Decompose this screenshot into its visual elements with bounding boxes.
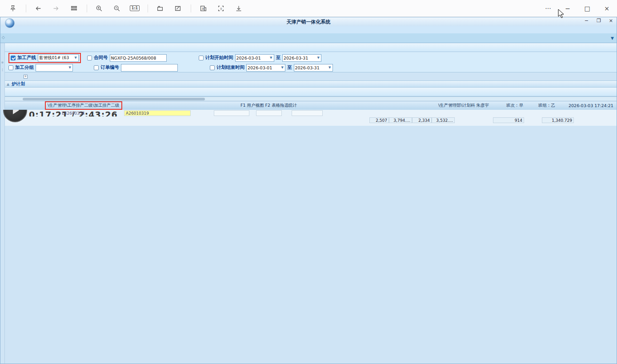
plan-end-checkbox[interactable]: [210, 65, 215, 70]
edit-icon[interactable]: [171, 3, 184, 14]
group-filter-combo[interactable]: ▼: [36, 64, 73, 72]
ocr-select-icon[interactable]: 文: [214, 3, 228, 14]
fragment-cell: A26010319: [124, 110, 191, 116]
viewer-more-button[interactable]: ···: [544, 5, 552, 12]
left-edge-strip: ※¦: [0, 43, 5, 364]
statusbar-datetime: 2026-03-03 17:24:21: [569, 103, 613, 108]
one-to-one-icon[interactable]: 1:1: [128, 3, 141, 14]
furnace-section-header[interactable]: ▲ 炉计划: [0, 80, 617, 88]
plan-start-label: 计划开始时间: [205, 55, 233, 61]
main-toolbar: [0, 43, 617, 52]
svg-text:A: A: [202, 6, 204, 10]
plan-end-from-input[interactable]: 2026-03-01▼: [246, 64, 285, 72]
contract-filter-checkbox[interactable]: [87, 56, 92, 60]
pin-icon[interactable]: [6, 3, 20, 14]
app-titlebar: 天津产销一体化系统 − ❐ ×: [0, 17, 617, 26]
dup-summary-cell: 3,794.…: [389, 117, 412, 123]
app-minimize-button[interactable]: −: [585, 18, 589, 24]
to-label: 至: [287, 64, 292, 71]
grid-icon[interactable]: [67, 3, 80, 14]
furnace-section-title: 炉计划: [12, 81, 25, 87]
plan-start-group: 计划开始时间 2026-03-01▼ 至 2026-03-31▼: [199, 54, 322, 62]
back-icon[interactable]: [32, 3, 45, 14]
tabbar: ◇ ▼: [0, 33, 617, 43]
contract-input[interactable]: NGXFQ-25A0568/008: [110, 54, 167, 62]
toolbar-divider: [26, 4, 26, 12]
statusbar-hint: F1 用户视图 F2 表格拖选统计: [240, 103, 297, 108]
fragment-cell: E42600354: [60, 110, 86, 116]
fragment-cell: [256, 110, 282, 116]
contract-filter-label: 合同号: [94, 55, 108, 61]
plan-end-group: 计划结束时间 2026-03-01▼ 至 2026-03-31▼: [210, 64, 333, 72]
svg-text:文: 文: [220, 7, 222, 10]
group-filter-group: 加工分组 ▼: [8, 64, 88, 72]
order-input[interactable]: [121, 64, 178, 72]
app-close-button[interactable]: ×: [609, 18, 613, 24]
play-button[interactable]: [3, 110, 27, 122]
contract-filter-group: 合同号 NGXFQ-25A0568/008: [87, 54, 167, 62]
app-window: 天津产销一体化系统 − ❐ × ◇ ▼ 加工产线 套管线01# (63▼: [0, 17, 617, 364]
scrollbar-thumb[interactable]: [23, 98, 205, 100]
fragment-cell: [214, 110, 249, 116]
order-filter-group: 订单编号: [94, 64, 178, 72]
dup-summary-cell: 914: [493, 117, 524, 123]
menubar: [0, 26, 617, 33]
tab-pin-icon[interactable]: ◇: [2, 35, 5, 40]
line-filter-label: 加工产线: [17, 55, 36, 61]
section-icon: ▲: [7, 82, 9, 86]
app-restore-button[interactable]: ❐: [597, 18, 601, 24]
order-filter-checkbox[interactable]: [94, 65, 99, 70]
fragment-cell: [292, 110, 323, 116]
play-icon: [13, 110, 19, 114]
statusbar-user: \生产管理部\计划科 朱彦宇: [438, 103, 489, 108]
statusbar: \生产管理\工序排产二级\加工排产二级 F1 用户视图 F2 表格拖选统计 \生…: [0, 101, 617, 110]
line-filter-checkbox[interactable]: [11, 56, 16, 60]
line-filter-combo[interactable]: 套管线01# (63▼: [38, 54, 79, 62]
app-title: 天津产销一体化系统: [287, 19, 331, 25]
line-filter-group: 加工产线 套管线01# (63▼: [8, 53, 81, 63]
viewer-maximize-button[interactable]: □: [583, 5, 591, 12]
dup-summary-cell: 1,340.729: [542, 117, 574, 123]
viewer-close-button[interactable]: ×: [603, 5, 611, 12]
breadcrumb: \生产管理\工序排产二级\加工排产二级: [45, 101, 122, 110]
app-logo-icon: [5, 18, 15, 28]
plan-end-label: 计划结束时间: [216, 64, 244, 71]
viewer-toolbar: 1:1 A 文 ··· − □ ×: [0, 0, 617, 17]
plan-start-checkbox[interactable]: [199, 56, 204, 60]
zoom-out-icon[interactable]: [110, 3, 124, 14]
plan-end-to-input[interactable]: 2026-03-31▼: [294, 64, 333, 72]
translate-icon[interactable]: A: [196, 3, 210, 14]
screen: 1:1 A 文 ··· − □ × 天津产销一体化系统 − ❐ ×: [0, 0, 617, 364]
statusbar-shift: 班次：早: [506, 103, 523, 108]
collapse-icon[interactable]: +: [24, 75, 28, 79]
plan-start-to-input[interactable]: 2026-03-31▼: [282, 54, 321, 62]
zoom-in-icon[interactable]: [92, 3, 106, 14]
dup-summary-cell: 2,334: [412, 117, 432, 123]
plan-start-from-input[interactable]: 2026-03-01▼: [235, 54, 274, 62]
rect-select-icon[interactable]: [153, 3, 167, 14]
video-overlay-strip: 0:17:21 / 2:43:26 E42600354 A26010319 2,…: [0, 110, 617, 126]
order-filter-label: 订单编号: [100, 64, 119, 71]
furnace-toolbar: [0, 88, 617, 96]
forward-icon[interactable]: [49, 3, 63, 14]
dup-summary-cell: 2,507: [369, 117, 389, 123]
tab-overflow-icon[interactable]: ▼: [611, 36, 614, 40]
section-strip: +: [0, 72, 617, 80]
group-filter-checkbox[interactable]: [8, 65, 13, 70]
horizontal-scrollbar[interactable]: [0, 96, 617, 101]
toolbar-divider: [191, 4, 191, 12]
toolbar-divider: [87, 4, 87, 12]
to-label: 至: [276, 55, 281, 61]
mouse-cursor: [558, 9, 565, 19]
download-icon[interactable]: [232, 3, 245, 14]
group-filter-label: 加工分组: [15, 64, 34, 71]
statusbar-team: 班组：乙: [538, 103, 555, 108]
dup-summary-cell: 3,532.…: [432, 117, 455, 123]
toolbar-divider: [148, 4, 148, 12]
filter-panel: 加工产线 套管线01# (63▼ 合同号 NGXFQ-25A0568/008 计…: [0, 52, 617, 72]
